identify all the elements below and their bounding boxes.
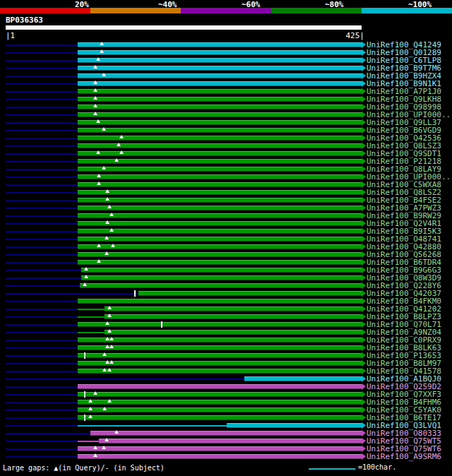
alignment-segment[interactable]: [78, 332, 105, 333]
alignment-segment[interactable]: [78, 345, 362, 350]
unaligned-leader-line: [6, 309, 78, 310]
alignment-arrow-tip-icon: [362, 352, 366, 359]
unaligned-leader-line: [6, 169, 78, 170]
alignment-segment[interactable]: [78, 58, 362, 63]
unaligned-leader-line: [6, 293, 138, 294]
alignment-segment[interactable]: [78, 338, 362, 343]
alignment-segment[interactable]: [78, 322, 362, 327]
alignment-segment[interactable]: [78, 190, 362, 195]
alignment-segment[interactable]: [78, 392, 362, 397]
alignment-segment[interactable]: [78, 446, 362, 451]
alignment-arrow-tip-icon: [362, 236, 366, 242]
alignment-arrow-tip-icon: [362, 96, 366, 102]
alignment-segment[interactable]: [78, 407, 362, 412]
alignment-segment[interactable]: [99, 439, 362, 444]
alignment-segment[interactable]: [78, 441, 99, 442]
alignment-segment[interactable]: [90, 431, 362, 436]
alignment-segment[interactable]: [81, 268, 362, 273]
query-gap-marker-icon: [114, 158, 119, 162]
alignment-segment[interactable]: [227, 423, 362, 428]
alignment-segment[interactable]: [78, 42, 362, 47]
alignment-segment[interactable]: [78, 229, 362, 234]
alignment-segment[interactable]: [78, 252, 362, 257]
unaligned-leader-line: [6, 192, 78, 194]
alignment-arrow-tip-icon: [362, 399, 366, 405]
query-gap-marker-icon: [88, 415, 93, 418]
unaligned-leader-line: [6, 52, 78, 54]
alignment-segment[interactable]: [78, 120, 362, 125]
alignment-segment[interactable]: [80, 283, 362, 288]
alignment-segment[interactable]: [78, 182, 362, 187]
query-gap-marker-icon: [107, 306, 112, 309]
alignment-segment[interactable]: [78, 309, 105, 310]
alignment-segment[interactable]: [78, 50, 362, 55]
alignment-segment[interactable]: [78, 89, 362, 94]
alignment-arrow-tip-icon: [362, 446, 366, 452]
subject-gap-tick: [84, 415, 85, 421]
query-gap-marker-icon: [97, 174, 101, 177]
unaligned-leader-line: [6, 441, 78, 442]
alignment-arrow-tip-icon: [362, 345, 366, 351]
unaligned-leader-line: [6, 208, 78, 209]
query-gap-marker-icon: [93, 96, 97, 100]
alignment-segment[interactable]: [78, 260, 362, 265]
query-gap-marker-icon: [109, 213, 114, 216]
unaligned-leader-line: [6, 355, 78, 357]
alignment-row: UniRef100_A9SRM6: [0, 453, 452, 460]
alignment-segment[interactable]: [78, 384, 362, 389]
unaligned-leader-line: [6, 44, 78, 46]
alignment-segment[interactable]: [78, 415, 362, 420]
alignment-segment[interactable]: [78, 198, 362, 203]
subject-label[interactable]: UniRef100_A9SRM6: [367, 453, 441, 460]
alignment-arrow-tip-icon: [362, 407, 366, 413]
query-gap-marker-icon: [105, 189, 109, 193]
query-gap-marker-icon: [102, 407, 107, 410]
unaligned-leader-line: [6, 231, 78, 232]
alignment-segment[interactable]: [105, 314, 362, 319]
alignment-segment[interactable]: [78, 400, 362, 405]
query-gap-marker-icon: [102, 446, 106, 449]
alignment-segment[interactable]: [78, 206, 362, 210]
axis-start-label: |1: [6, 31, 15, 40]
alignment-segment[interactable]: [78, 159, 362, 164]
identity-scale-segment: [271, 8, 362, 13]
query-gap-marker-icon: [109, 360, 114, 364]
alignment-segment[interactable]: [78, 454, 362, 459]
alignment-segment[interactable]: [78, 244, 362, 249]
alignment-segment[interactable]: [78, 221, 362, 226]
alignment-segment[interactable]: [78, 112, 362, 117]
query-gap-marker-icon: [93, 104, 97, 107]
alignment-segment[interactable]: [78, 316, 105, 318]
alignment-segment[interactable]: [244, 376, 362, 381]
alignment-arrow-tip-icon: [362, 119, 366, 126]
alignment-segment[interactable]: [78, 369, 362, 374]
alignment-segment[interactable]: [78, 425, 226, 427]
alignment-segment[interactable]: [105, 330, 362, 335]
alignment-arrow-tip-icon: [362, 213, 366, 219]
query-gap-marker-icon: [107, 399, 112, 403]
alignment-segment[interactable]: [138, 291, 362, 296]
alignment-segment[interactable]: [78, 128, 362, 133]
alignment-segment[interactable]: [78, 299, 362, 304]
alignment-segment[interactable]: [78, 353, 362, 358]
alignment-segment[interactable]: [78, 213, 362, 218]
query-gap-marker-icon: [93, 391, 97, 395]
alignment-segment[interactable]: [78, 97, 362, 102]
query-gap-marker-icon: [97, 259, 101, 263]
subject-gap-tick: [84, 391, 85, 398]
scale-100char-label: =100char.: [358, 463, 396, 471]
alignment-segment[interactable]: [78, 361, 362, 366]
alignment-segment[interactable]: [81, 275, 362, 280]
alignment-segment[interactable]: [78, 73, 362, 78]
alignment-segment[interactable]: [78, 167, 362, 172]
alignment-segment[interactable]: [78, 237, 362, 242]
query-gap-marker-icon: [97, 182, 101, 185]
query-gap-marker-icon: [97, 244, 101, 247]
alignment-segment[interactable]: [78, 105, 362, 109]
alignment-segment[interactable]: [78, 81, 362, 86]
alignment-segment[interactable]: [78, 174, 362, 179]
alignment-segment[interactable]: [105, 307, 362, 311]
subject-gap-tick: [134, 290, 136, 297]
alignment-segment[interactable]: [78, 66, 362, 71]
alignment-arrow-tip-icon: [362, 298, 366, 304]
